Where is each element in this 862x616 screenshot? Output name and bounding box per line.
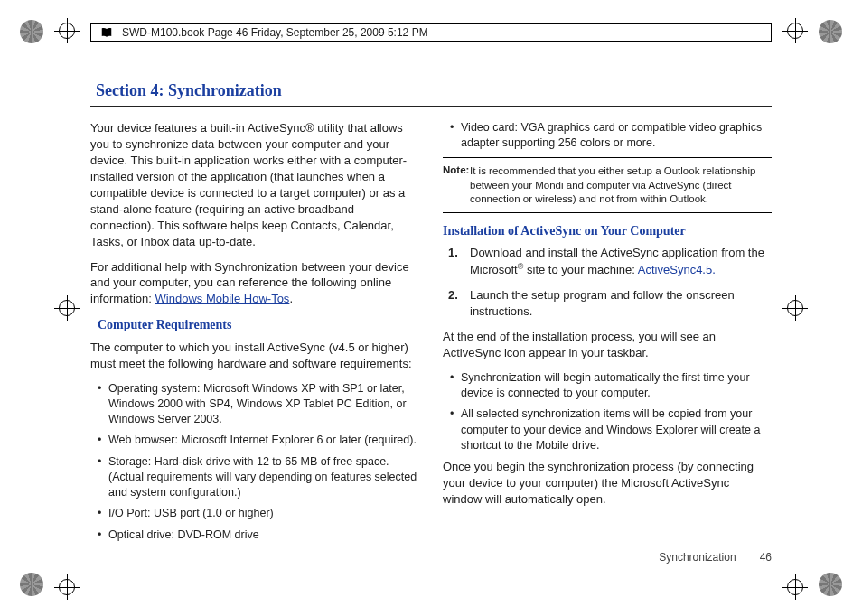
columns: Your device features a built-in ActiveSy… bbox=[90, 120, 772, 548]
intro-paragraph: Your device features a built-in ActiveSy… bbox=[90, 120, 419, 250]
crop-mark-icon bbox=[54, 295, 80, 321]
list-item: Storage: Hard-disk drive with 12 to 65 M… bbox=[98, 454, 419, 501]
note-body: It is recommended that you either setup … bbox=[443, 164, 772, 207]
installation-heading: Installation of ActiveSync on Your Compu… bbox=[443, 222, 772, 239]
frame-header: SWD-M100.book Page 46 Friday, September … bbox=[90, 23, 772, 42]
how-tos-link[interactable]: Windows Mobile How-Tos bbox=[155, 292, 290, 305]
footer-section-label: Synchronization bbox=[659, 551, 736, 564]
list-item: Synchronization will begin automatically… bbox=[450, 370, 772, 402]
sync-bullets: Synchronization will begin automatically… bbox=[443, 370, 772, 453]
footer-page-number: 46 bbox=[760, 551, 772, 564]
frame-header-text: SWD-M100.book Page 46 Friday, September … bbox=[122, 26, 428, 39]
printer-mark-icon bbox=[819, 573, 842, 596]
requirements-list-continued: Video card: VGA graphics card or compati… bbox=[443, 120, 772, 152]
crop-mark-icon bbox=[54, 18, 80, 43]
list-item: All selected synchronization items will … bbox=[450, 406, 772, 453]
list-item: Optical drive: DVD-ROM drive bbox=[98, 527, 419, 543]
install-step-1: Download and install the ActiveSync appl… bbox=[470, 245, 772, 278]
help-paragraph: For additional help with Synchronization… bbox=[90, 259, 419, 308]
list-item: Web browser: Microsoft Internet Explorer… bbox=[98, 433, 419, 448]
printer-mark-icon bbox=[20, 20, 43, 43]
section-title: Section 4: Synchronization bbox=[90, 81, 772, 100]
left-column: Your device features a built-in ActiveSy… bbox=[90, 120, 419, 548]
requirements-intro: The computer to which you install Active… bbox=[90, 340, 419, 372]
install-steps: Download and install the ActiveSync appl… bbox=[443, 245, 772, 320]
page: SWD-M100.book Page 46 Friday, September … bbox=[0, 0, 862, 616]
install-step-2: Launch the setup program and follow the … bbox=[470, 287, 772, 320]
printer-mark-icon bbox=[20, 573, 43, 596]
computer-requirements-heading: Computer Requirements bbox=[90, 316, 419, 333]
after-install-1: At the end of the installation process, … bbox=[443, 329, 772, 361]
after-install-2: Once you begin the synchronization proce… bbox=[443, 459, 772, 508]
page-footer: Synchronization 46 bbox=[659, 551, 772, 564]
content-area: Section 4: Synchronization Your device f… bbox=[90, 81, 772, 566]
crop-mark-icon bbox=[782, 18, 808, 43]
list-item: Operating system: Microsoft Windows XP w… bbox=[98, 381, 419, 428]
crop-mark-icon bbox=[54, 574, 80, 600]
note-label: Note: bbox=[443, 164, 469, 175]
book-icon bbox=[100, 26, 113, 39]
list-item: I/O Port: USB port (1.0 or higher) bbox=[98, 506, 419, 521]
printer-mark-icon bbox=[819, 20, 842, 43]
crop-mark-icon bbox=[782, 295, 808, 321]
step1-text-b: site to your machine: bbox=[523, 263, 637, 276]
list-item: Video card: VGA graphics card or compati… bbox=[450, 120, 772, 152]
help-suffix: . bbox=[289, 292, 293, 305]
crop-mark-icon bbox=[782, 574, 808, 600]
activesync-link[interactable]: ActiveSync4.5. bbox=[638, 263, 716, 276]
right-column: Video card: VGA graphics card or compati… bbox=[443, 120, 772, 548]
note-block: Note: It is recommended that you either … bbox=[443, 157, 772, 213]
title-rule bbox=[90, 106, 772, 107]
requirements-list: Operating system: Microsoft Windows XP w… bbox=[90, 381, 419, 543]
